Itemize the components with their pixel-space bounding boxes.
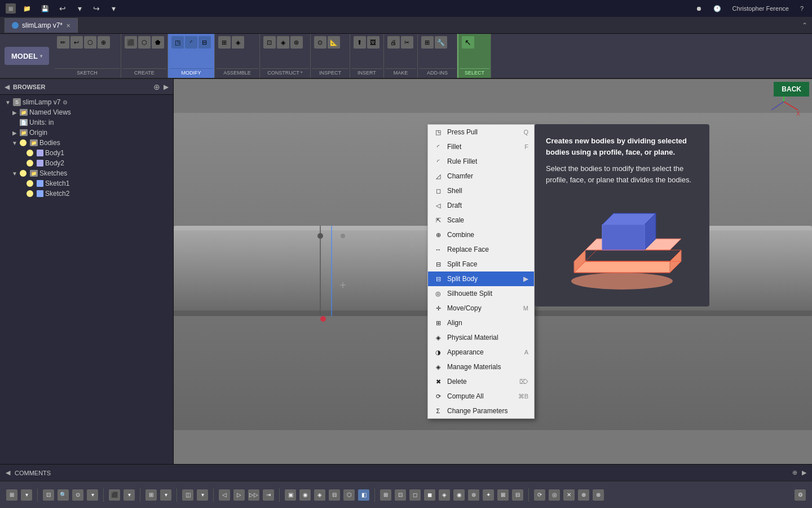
browser-back-icon[interactable]: ◀	[5, 83, 10, 91]
back-button[interactable]: BACK	[774, 82, 809, 97]
create-icon-3[interactable]: ⬟	[152, 36, 164, 49]
bt-nav-prev[interactable]: ◁	[219, 489, 230, 501]
clock-btn[interactable]: 🕐	[710, 4, 724, 14]
insert-icon-2[interactable]: 🖼	[367, 36, 379, 49]
menu-item-delete[interactable]: ✖Delete⌦	[428, 374, 534, 389]
menu-item-rule-fillet[interactable]: ◜Rule Fillet	[428, 154, 534, 169]
assemble-icon-1[interactable]: ⊞	[218, 36, 231, 49]
construct-icon-3[interactable]: ⊛	[290, 36, 303, 49]
bt-icon-6[interactable]: ▾	[87, 489, 98, 501]
tree-sketches[interactable]: ▼ 📁 Sketches	[0, 168, 173, 178]
redo-btn[interactable]: ↪	[90, 2, 103, 15]
modify-label[interactable]: MODIFY	[169, 68, 213, 77]
modify-icon-1[interactable]: ◳	[171, 36, 184, 49]
tree-root[interactable]: ▼ S slimLamp v7 ⚙	[0, 97, 173, 107]
bt-icon-12[interactable]: ▾	[197, 489, 208, 501]
bt-view-11[interactable]: ◉	[453, 489, 465, 501]
assemble-icon-2[interactable]: ◈	[232, 36, 244, 49]
sketch-icon-1[interactable]: ✏	[57, 36, 69, 49]
bt-icon-10[interactable]: ▾	[160, 489, 171, 501]
tree-sketch2[interactable]: Sketch2	[0, 189, 173, 199]
menu-item-replace-face[interactable]: ↔Replace Face	[428, 242, 534, 257]
bt-view-4[interactable]: ⊟	[329, 489, 340, 501]
construct-icon-2[interactable]: ◈	[277, 36, 289, 49]
tab-slim-lamp[interactable]: slimLamp v7* ✕	[5, 18, 78, 33]
addins-icon-1[interactable]: ⊞	[421, 36, 434, 49]
construct-label[interactable]: CONSTRUCT *	[261, 68, 309, 77]
expand-icon[interactable]: ⌃	[802, 21, 807, 29]
menu-item-change-parameters[interactable]: ΣChange Parameters	[428, 404, 534, 418]
bt-view-14[interactable]: ⊠	[497, 489, 509, 501]
sketch-label[interactable]: SKETCH	[55, 68, 120, 77]
make-icon-2[interactable]: ✂	[401, 36, 413, 49]
menu-item-split-body[interactable]: ⊟Split Body▶	[428, 271, 534, 286]
bt-view-12[interactable]: ⊛	[468, 489, 479, 501]
viewport[interactable]: Y X BACK ◳Press PullQ◜FilletF◜Rule Fille…	[174, 79, 812, 464]
record-btn[interactable]: ⏺	[693, 4, 705, 13]
inspect-label[interactable]: INSPECT	[312, 68, 348, 77]
bt-view-18[interactable]: ✕	[563, 489, 575, 501]
app-grid-icon[interactable]: ⊞	[6, 3, 16, 14]
bt-nav-play[interactable]: ▷	[233, 489, 245, 501]
construct-icon-1[interactable]: ⊡	[263, 36, 276, 49]
insert-label[interactable]: INSERT	[351, 68, 382, 77]
bt-settings-icon[interactable]: ⚙	[795, 489, 806, 501]
bt-icon-9[interactable]: ⊞	[145, 489, 157, 501]
bt-view-16[interactable]: ⟳	[534, 489, 545, 501]
bt-view-20[interactable]: ⊗	[593, 489, 604, 501]
create-icon-2[interactable]: ⬡	[138, 36, 151, 49]
bt-view-7[interactable]: ⊡	[395, 489, 406, 501]
addins-label[interactable]: ADD-INS	[419, 68, 456, 77]
make-icon-1[interactable]: 🖨	[387, 36, 400, 49]
tree-origin[interactable]: ▶ 📁 Origin	[0, 128, 173, 138]
menu-item-fillet[interactable]: ◜FilletF	[428, 139, 534, 154]
make-label[interactable]: MAKE	[385, 68, 416, 77]
bt-view-5[interactable]: ⬡	[343, 489, 355, 501]
bt-view-active[interactable]: ◧	[358, 489, 369, 501]
inspect-icon-2[interactable]: 📐	[328, 36, 340, 49]
sketch-icon-2[interactable]: ↩	[70, 36, 83, 49]
menu-item-silhouette-split[interactable]: ◎Silhouette Split	[428, 286, 534, 301]
bt-icon-3[interactable]: ⊡	[43, 489, 54, 501]
undo-btn[interactable]: ↩	[56, 2, 69, 15]
save-btn[interactable]: 💾	[38, 4, 52, 14]
tree-body1[interactable]: Body1	[0, 148, 173, 158]
browser-expand-icon[interactable]: ▶	[164, 83, 169, 91]
tree-bodies[interactable]: ▼ 📁 Bodies	[0, 138, 173, 148]
menu-item-appearance[interactable]: ◑AppearanceA	[428, 345, 534, 360]
modify-icon-2[interactable]: ◜	[185, 36, 197, 49]
menu-item-chamfer[interactable]: ◿Chamfer	[428, 169, 534, 183]
insert-icon-1[interactable]: ⬆	[354, 36, 366, 49]
model-btn[interactable]: MODEL ▾	[5, 47, 49, 65]
bt-view-17[interactable]: ◎	[549, 489, 560, 501]
redo-arrow-btn[interactable]: ▾	[107, 2, 120, 15]
bt-view-2[interactable]: ◉	[299, 489, 311, 501]
menu-item-align[interactable]: ⊞Align	[428, 316, 534, 330]
bt-view-15[interactable]: ⊟	[512, 489, 523, 501]
bt-view-9[interactable]: ◼	[424, 489, 435, 501]
bt-nav-end[interactable]: ⇥	[263, 489, 274, 501]
undo-arrow-btn[interactable]: ▾	[73, 2, 86, 15]
bt-icon-5[interactable]: ⊙	[72, 489, 83, 501]
menu-item-shell[interactable]: ◻Shell	[428, 183, 534, 198]
menu-item-split-face[interactable]: ⊟Split Face	[428, 257, 534, 271]
menu-item-compute-all[interactable]: ⟳Compute All⌘B	[428, 389, 534, 404]
bt-icon-8[interactable]: ▾	[123, 489, 135, 501]
bt-nav-play-fwd[interactable]: ▷▷	[248, 489, 259, 501]
tree-body2[interactable]: Body2	[0, 158, 173, 168]
assemble-label[interactable]: ASSEMBLE	[216, 68, 258, 77]
tree-named-views[interactable]: ▶ 📁 Named Views	[0, 107, 173, 117]
select-icon-1[interactable]: ↖	[462, 36, 474, 49]
comments-expand-icon[interactable]: ▶	[802, 469, 806, 476]
addins-icon-2[interactable]: 🔧	[435, 36, 447, 49]
select-label[interactable]: SELECT	[460, 68, 489, 77]
bt-view-6[interactable]: ⊞	[380, 489, 391, 501]
create-icon-1[interactable]: ⬛	[125, 36, 137, 49]
file-menu-btn[interactable]: 📁	[20, 4, 34, 14]
comments-add-icon[interactable]: ⊕	[792, 469, 797, 476]
menu-item-draft[interactable]: ◁Draft	[428, 198, 534, 213]
bt-view-19[interactable]: ⊕	[578, 489, 589, 501]
menu-item-move/copy[interactable]: ✛Move/CopyM	[428, 301, 534, 316]
tab-close-icon[interactable]: ✕	[66, 23, 70, 29]
sketch-icon-3[interactable]: ⬡	[84, 36, 96, 49]
